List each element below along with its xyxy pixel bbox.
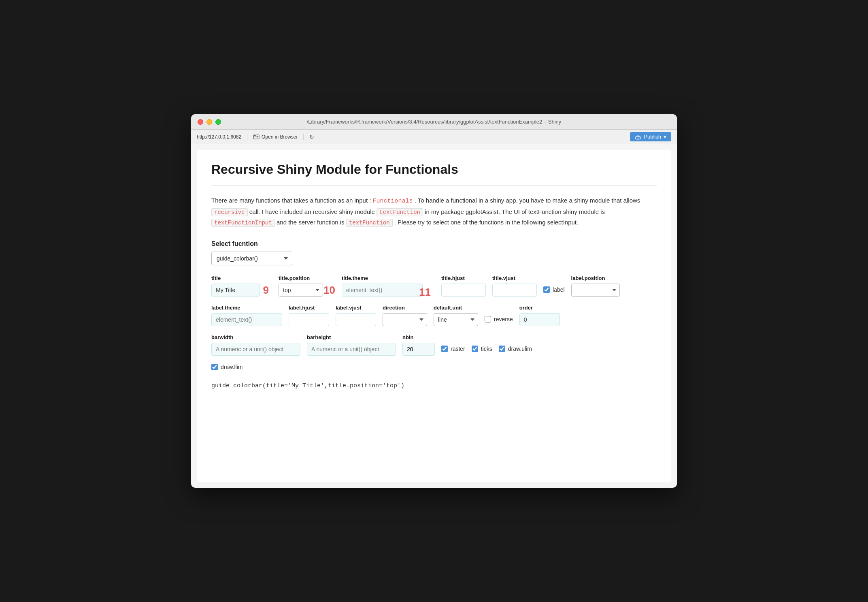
desc-mid4: and the server function is xyxy=(277,219,346,226)
fields-row-2: label.theme label.hjust label.vjust dire… xyxy=(211,305,657,326)
fields-row-4: draw.llim xyxy=(211,364,657,370)
nbin-input[interactable] xyxy=(402,343,435,356)
barwidth-input[interactable] xyxy=(211,343,300,356)
close-button[interactable] xyxy=(198,119,203,125)
maximize-button[interactable] xyxy=(215,119,221,125)
title-label: title xyxy=(211,275,260,281)
label-position-field-group: label.position top bottom left right xyxy=(571,275,620,297)
ticks-checkbox-group: ticks xyxy=(472,346,492,352)
barwidth-field-group: barwidth xyxy=(211,334,300,356)
url-display: http://127.0.0.1:6082 xyxy=(197,134,241,140)
label-checkbox-group: label xyxy=(543,286,565,293)
direction-label: direction xyxy=(383,305,427,311)
ticks-label: ticks xyxy=(481,346,492,352)
fields-row-1: title 9 title.position top bottom left xyxy=(211,275,657,297)
title-input[interactable] xyxy=(211,284,260,297)
reverse-checkbox-label: reverse xyxy=(494,316,513,322)
output-code: guide_colorbar(title='My Title',title.po… xyxy=(211,382,657,389)
desc-mid5: . Please try to select one of the functi… xyxy=(394,219,578,226)
barheight-field-group: barheight xyxy=(307,334,396,356)
function-select[interactable]: guide_colorbar() guide_legend() guide_no… xyxy=(211,252,292,265)
desc-mid2: call. I have included an recursive shiny… xyxy=(249,208,377,215)
traffic-lights xyxy=(198,119,221,125)
label-position-select[interactable]: top bottom left right xyxy=(571,284,620,297)
label-vjust-field-group: label.vjust xyxy=(336,305,376,326)
title-position-badge: 10 xyxy=(323,284,335,297)
desc-textFunction2: textFunction xyxy=(346,219,393,227)
title-hjust-label: title.hjust xyxy=(441,275,486,281)
title-theme-field-group: title.theme 11 xyxy=(342,275,423,297)
minimize-button[interactable] xyxy=(206,119,212,125)
label-vjust-label: label.vjust xyxy=(336,305,376,311)
label-vjust-input[interactable] xyxy=(336,313,376,326)
nbin-wrap xyxy=(402,343,435,356)
draw-ulim-checkbox-group: draw.ulim xyxy=(499,346,532,352)
draw-ulim-checkbox[interactable] xyxy=(499,346,505,352)
raster-checkbox[interactable] xyxy=(441,346,448,352)
svg-point-2 xyxy=(254,135,255,136)
main-content: Recursive Shiny Module for Functionals T… xyxy=(197,150,671,482)
reverse-checkbox[interactable] xyxy=(485,316,491,322)
title-hjust-input[interactable] xyxy=(441,284,486,297)
title-position-select[interactable]: top bottom left right xyxy=(279,284,323,297)
draw-llim-label: draw.llim xyxy=(221,364,243,370)
desc-functionals: Functionals xyxy=(373,198,413,205)
title-theme-input[interactable] xyxy=(342,284,423,297)
direction-field-group: direction horizontal vertical xyxy=(383,305,427,326)
order-input[interactable] xyxy=(519,313,560,326)
divider xyxy=(247,134,247,140)
open-in-browser-label: Open in Browser xyxy=(262,134,298,140)
desc-recursive: recursive xyxy=(211,208,248,216)
refresh-button[interactable]: ↻ xyxy=(309,134,314,140)
title-bar: /Library/Frameworks/R.framework/Versions… xyxy=(191,114,677,130)
order-field-group: order xyxy=(519,305,560,326)
form-section: Select fucntion guide_colorbar() guide_l… xyxy=(211,240,657,389)
label-theme-label: label.theme xyxy=(211,305,282,311)
label-position-label: label.position xyxy=(571,275,620,281)
default-unit-field-group: default.unit line cm in xyxy=(434,305,478,326)
browser-icon xyxy=(253,134,260,140)
reverse-checkbox-group: reverse xyxy=(485,316,513,322)
direction-select[interactable]: horizontal vertical xyxy=(383,313,427,326)
page-title: Recursive Shiny Module for Functionals xyxy=(211,162,657,177)
ticks-checkbox[interactable] xyxy=(472,346,478,352)
title-position-wrap: top bottom left right 10 xyxy=(279,284,323,297)
desc-textFunctionInput: textFunctionInput xyxy=(211,219,275,227)
nbin-label: nbin xyxy=(402,334,435,340)
desc-textFunction: textFunction xyxy=(377,208,423,216)
order-label: order xyxy=(519,305,560,311)
label-checkbox[interactable] xyxy=(543,286,550,293)
desc-mid3: in my package ggplotAssist. The UI of te… xyxy=(425,208,605,215)
title-field-group: title 9 xyxy=(211,275,260,297)
publish-label: Publish xyxy=(644,134,661,140)
barheight-input[interactable] xyxy=(307,343,396,356)
label-checkbox-label: label xyxy=(553,286,565,293)
desc-intro: There are many functions that takes a fu… xyxy=(211,197,373,204)
draw-llim-checkbox-group: draw.llim xyxy=(211,364,243,370)
raster-label: raster xyxy=(451,346,465,352)
desc-mid1: . To handle a functional in a shiny app,… xyxy=(415,197,640,204)
label-hjust-input[interactable] xyxy=(289,313,329,326)
default-unit-select[interactable]: line cm in xyxy=(434,313,478,326)
title-theme-label: title.theme xyxy=(342,275,423,281)
title-input-wrap: 9 xyxy=(211,284,260,297)
label-theme-input[interactable] xyxy=(211,313,282,326)
label-theme-field-group: label.theme xyxy=(211,305,282,326)
title-badge: 9 xyxy=(263,284,269,297)
open-in-browser-button[interactable]: Open in Browser xyxy=(253,134,298,140)
raster-checkbox-group: raster xyxy=(441,346,465,352)
fields-row-3: barwidth barheight nbin xyxy=(211,334,657,356)
draw-llim-checkbox[interactable] xyxy=(211,364,218,370)
label-hjust-label: label.hjust xyxy=(289,305,329,311)
barheight-label: barheight xyxy=(307,334,396,340)
draw-ulim-label: draw.ulim xyxy=(508,346,532,352)
select-function-label: Select fucntion xyxy=(211,240,657,248)
publish-button[interactable]: Publish ▾ xyxy=(630,132,671,141)
title-position-field-group: title.position top bottom left right 10 xyxy=(279,275,323,297)
page-divider xyxy=(211,185,657,186)
window-title: /Library/Frameworks/R.framework/Versions… xyxy=(307,119,562,125)
nbin-field-group: nbin xyxy=(402,334,435,356)
publish-icon xyxy=(635,134,641,140)
title-vjust-input[interactable] xyxy=(492,284,537,297)
publish-dropdown-icon[interactable]: ▾ xyxy=(664,134,666,140)
